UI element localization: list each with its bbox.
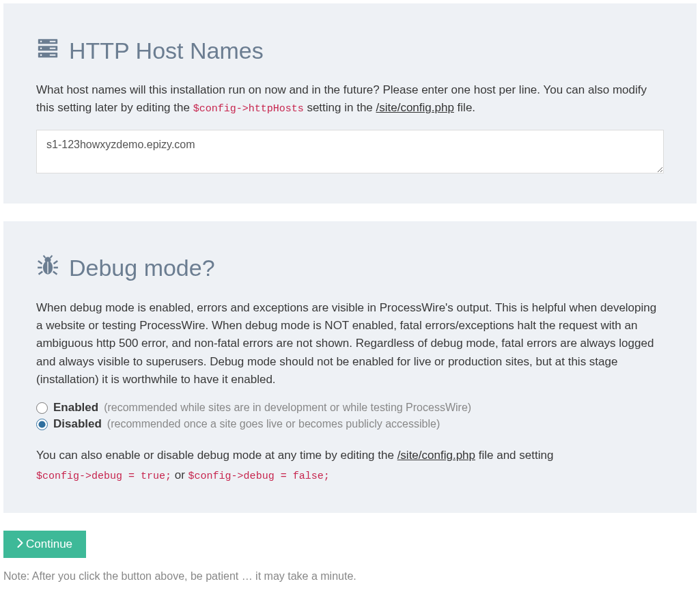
hostnames-heading: HTTP Host Names <box>36 36 664 65</box>
continue-button[interactable]: Continue <box>3 531 86 558</box>
config-file-path-2: /site/config.php <box>397 449 475 462</box>
debug-footer-note: You can also enable or disable debug mod… <box>36 446 664 486</box>
debug-heading: Debug mode? <box>36 254 664 283</box>
debug-title: Debug mode? <box>69 255 215 281</box>
hostnames-description: What host names will this installation r… <box>36 81 664 117</box>
svg-line-16 <box>39 271 43 274</box>
debug-panel: Debug mode? When debug mode is enabled, … <box>3 221 697 514</box>
svg-line-12 <box>38 261 42 264</box>
svg-rect-7 <box>50 48 56 49</box>
debug-disabled-hint: (recommended once a site goes live or be… <box>107 418 440 430</box>
svg-rect-6 <box>50 41 56 42</box>
svg-line-13 <box>54 261 58 264</box>
svg-point-3 <box>40 41 42 43</box>
svg-line-19 <box>51 255 53 258</box>
code-httphosts: $config->httpHosts <box>193 103 304 115</box>
code-debug-false: $config->debug = false; <box>188 471 330 482</box>
debug-enabled-radio[interactable] <box>36 402 48 414</box>
bottom-note: Note: After you click the button above, … <box>3 570 697 583</box>
chevron-right-icon <box>17 537 23 551</box>
continue-label: Continue <box>26 537 72 551</box>
hostnames-input[interactable] <box>36 130 664 173</box>
debug-disabled-label: Disabled <box>53 417 102 431</box>
code-debug-true: $config->debug = true; <box>36 471 171 482</box>
debug-enabled-hint: (recommended while sites are in developm… <box>104 402 471 414</box>
debug-radio-group: Enabled (recommended while sites are in … <box>36 401 664 431</box>
config-file-path: /site/config.php <box>376 101 454 114</box>
svg-rect-8 <box>50 55 56 56</box>
svg-line-18 <box>44 255 46 258</box>
bug-icon <box>36 254 59 283</box>
hostnames-panel: HTTP Host Names What host names will thi… <box>3 3 697 204</box>
server-icon <box>36 36 59 65</box>
debug-description: When debug mode is enabled, errors and e… <box>36 299 664 389</box>
debug-enabled-option[interactable]: Enabled (recommended while sites are in … <box>36 401 664 415</box>
svg-line-17 <box>53 271 57 274</box>
debug-enabled-label: Enabled <box>53 401 98 415</box>
hostnames-title: HTTP Host Names <box>69 38 264 64</box>
svg-point-4 <box>40 47 42 49</box>
svg-point-5 <box>40 54 42 56</box>
debug-disabled-radio[interactable] <box>36 419 48 430</box>
debug-disabled-option[interactable]: Disabled (recommended once a site goes l… <box>36 417 664 431</box>
